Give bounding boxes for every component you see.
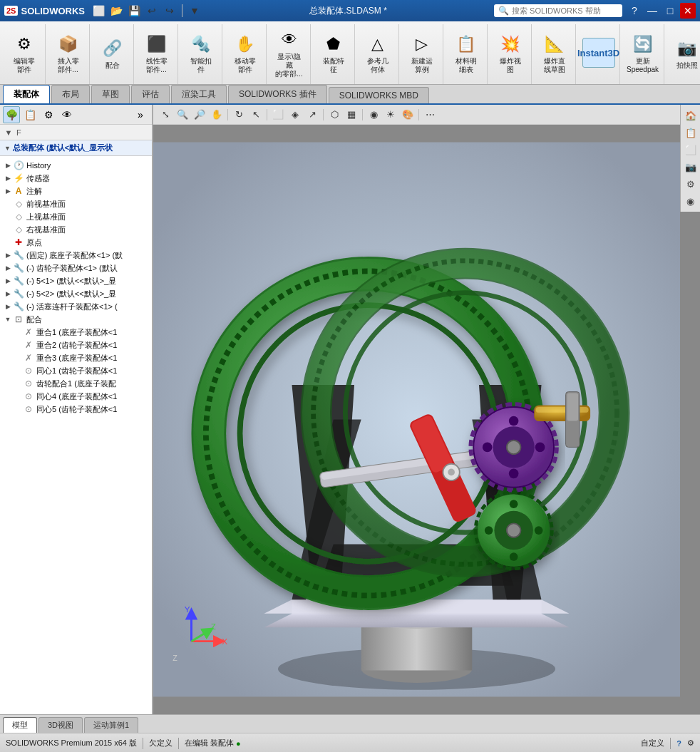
tree-item-sensors[interactable]: ▶ ⚡ 传感器 (0, 172, 152, 185)
bom-btn[interactable]: 📋 材料明细表 (451, 30, 482, 76)
options-btn[interactable]: ▼ (187, 3, 202, 19)
tree-item-mate-1[interactable]: ✗ 重合1 (底座子装配体<1 (10, 326, 152, 339)
tree-item-mate-3[interactable]: ✗ 重合3 (底座子装配体<1 (10, 351, 152, 364)
explode-line-btn[interactable]: 📐 爆炸直线草图 (539, 30, 570, 76)
tree-item-origin[interactable]: ✚ 原点 (0, 236, 152, 249)
snapshot-btn[interactable]: 📷 拍快照 (671, 34, 701, 71)
redo-btn[interactable]: ↪ (162, 3, 177, 19)
fm-tab-display[interactable]: 👁 (58, 106, 76, 123)
minimize-btn[interactable]: — (644, 3, 660, 19)
fm-tab-config[interactable]: ⚙ (40, 106, 57, 123)
home-view-btn[interactable]: 🏠 (683, 108, 699, 123)
expand-annotations[interactable]: ▶ (3, 186, 13, 196)
tree-item-piston-asm[interactable]: ▶ 🔧 (-) 活塞连杆子装配体<1> ( (0, 300, 152, 313)
ref-geo-btn[interactable]: △ 参考几何体 (362, 30, 393, 76)
tree-item-top-plane[interactable]: ◇ 上视基准面 (0, 210, 152, 223)
motion-btn[interactable]: ▷ 新建运算例 (406, 30, 438, 76)
mate-btn[interactable]: 🔗 配合 (97, 34, 128, 71)
view-box-btn[interactable]: ⬜ (683, 142, 699, 158)
vp-zoom-in-btn[interactable]: 🔍 (175, 107, 190, 123)
open-btn[interactable]: 📂 (108, 3, 124, 19)
vp-view-btn[interactable]: ↗ (304, 107, 320, 123)
status-settings-icon[interactable]: ⚙ (687, 738, 694, 748)
smart-fastener-btn[interactable]: 🔩 智能扣件 (185, 30, 217, 76)
search-input[interactable] (512, 6, 604, 15)
view-camera-btn[interactable]: 📷 (683, 159, 699, 175)
tree-item-right-plane[interactable]: ◇ 右视基准面 (0, 223, 152, 236)
vp-appearance-btn[interactable]: ◉ (366, 107, 381, 123)
expand-gear-asm[interactable]: ▶ (3, 263, 13, 273)
vp-rotate-btn[interactable]: ↻ (231, 107, 247, 123)
help-btn[interactable]: ? (627, 3, 642, 19)
tree-item-part-5-1[interactable]: ▶ 🔧 (-) 5<1> (默认<<默认>_显 (0, 274, 152, 287)
view-display-btn[interactable]: ◉ (683, 193, 699, 209)
tab-sw-plugin[interactable]: SOLIDWORKS 插件 (228, 85, 327, 103)
tab-evaluate[interactable]: 评估 (131, 85, 170, 103)
close-btn[interactable]: ✕ (680, 3, 696, 19)
move-btn[interactable]: ✋ 移动零部件 (230, 30, 261, 76)
expand-part-5-2[interactable]: ▶ (3, 289, 13, 299)
expand-mates[interactable]: ▼ (3, 314, 13, 324)
tree-item-mate-2[interactable]: ✗ 重合2 (齿轮子装配体<1 (10, 339, 152, 351)
vp-hide-btn[interactable]: ▦ (344, 107, 359, 123)
linear-btn[interactable]: ⬛ 线性零部件... (141, 30, 173, 76)
expand-piston-asm[interactable]: ▶ (3, 302, 13, 311)
tree-item-front-plane[interactable]: ◇ 前视基准面 (0, 197, 152, 210)
view-orient-btn[interactable]: 📋 (683, 125, 699, 140)
tree-item-mate-4[interactable]: ⊙ 同心1 (齿轮子装配体<1 (10, 364, 152, 377)
tree-item-gear-asm[interactable]: ▶ 🔧 (-) 齿轮子装配体<1> (默认 (0, 262, 152, 274)
new-btn[interactable]: ⬜ (91, 3, 106, 19)
show-hide-btn[interactable]: 👁 显示\隐藏的零部... (272, 26, 306, 80)
expand-base-asm[interactable]: ▶ (3, 250, 13, 260)
instant3d-btn[interactable]: Instant3D (582, 38, 615, 68)
tab-sw-mbd[interactable]: SOLIDWORKS MBD (329, 87, 429, 103)
expand-history[interactable]: ▶ (3, 160, 13, 170)
tab-layout[interactable]: 布局 (51, 85, 90, 103)
edit-part-btn[interactable]: ⚙ 编辑零部件 (9, 30, 40, 76)
bottom-tab-motion[interactable]: 运动算例1 (84, 717, 138, 733)
vp-color-btn[interactable]: 🎨 (400, 107, 416, 123)
view-settings-btn[interactable]: ⚙ (683, 176, 699, 192)
speedpak-btn[interactable]: 🔄 更新Speedpak (624, 30, 662, 76)
expand-sensors[interactable]: ▶ (3, 173, 13, 183)
asm-feature-btn[interactable]: ⬟ 装配特征 (318, 30, 349, 76)
viewport[interactable]: ⤡ 🔍 🔎 ✋ ↻ ↖ ⬜ ◈ ↗ ⬡ ▦ ◉ ☀ 🎨 ⋯ (153, 105, 700, 714)
settings-gear-icon[interactable]: ⚙ (687, 738, 694, 748)
vp-select-btn[interactable]: ↖ (248, 107, 264, 123)
expand-part-5-1[interactable]: ▶ (3, 276, 13, 286)
bottom-tab-model[interactable]: 模型 (3, 717, 37, 733)
tree-item-history[interactable]: ▶ 🕐 History (0, 159, 152, 172)
gear-assembly-canvas[interactable]: X Y Z Z (153, 125, 680, 714)
tree-item-mate-6[interactable]: ⊙ 同心4 (底座子装配体<1 (10, 390, 152, 403)
fm-collapse-btn[interactable]: » (132, 106, 149, 123)
bottom-tab-3dview[interactable]: 3D视图 (38, 717, 83, 733)
tab-sketch[interactable]: 草图 (91, 85, 130, 103)
tree-item-annotations[interactable]: ▶ A 注解 (0, 185, 152, 197)
feature-tree[interactable]: ▶ 🕐 History ▶ ⚡ 传感器 ▶ A 注解 ◇ 前视基准面 (0, 156, 152, 714)
insert-part-btn[interactable]: 📦 插入零部件... (53, 30, 84, 76)
status-help-btn[interactable]: ? (676, 739, 681, 748)
search-bar[interactable]: 🔍 (494, 4, 622, 17)
vp-pan-btn[interactable]: ✋ (209, 107, 225, 123)
status-help[interactable]: ? (676, 739, 681, 748)
tree-item-base-asm[interactable]: ▶ 🔧 (固定) 底座子装配体<1> (默 (0, 249, 152, 262)
vp-fit-btn[interactable]: ⤡ (158, 107, 173, 123)
explode-btn[interactable]: 💥 爆炸视图 (495, 30, 526, 76)
vp-light-btn[interactable]: ☀ (383, 107, 398, 123)
tab-render[interactable]: 渲染工具 (171, 85, 227, 103)
fm-tab-property[interactable]: 📋 (21, 106, 38, 123)
vp-display-btn[interactable]: ⬡ (326, 107, 342, 123)
undo-btn[interactable]: ↩ (144, 3, 160, 19)
vp-zoom-out-btn[interactable]: 🔎 (192, 107, 207, 123)
tab-assembly[interactable]: 装配体 (3, 85, 50, 103)
maximize-btn[interactable]: □ (662, 3, 678, 19)
tree-item-part-5-2[interactable]: ▶ 🔧 (-) 5<2> (默认<<默认>_显 (0, 287, 152, 300)
tree-item-mates[interactable]: ▼ ⊡ 配合 (0, 313, 152, 326)
vp-section-btn[interactable]: ◈ (287, 107, 303, 123)
vp-3d-btn[interactable]: ⬜ (270, 107, 286, 123)
vp-more-btn[interactable]: ⋯ (422, 107, 438, 123)
tree-item-mate-5[interactable]: ⊙ 齿轮配合1 (底座子装配 (10, 377, 152, 390)
save-btn[interactable]: 💾 (126, 3, 142, 19)
fm-tab-tree[interactable]: 🌳 (3, 106, 20, 123)
tree-item-mate-7[interactable]: ⊙ 同心5 (齿轮子装配体<1 (10, 403, 152, 416)
